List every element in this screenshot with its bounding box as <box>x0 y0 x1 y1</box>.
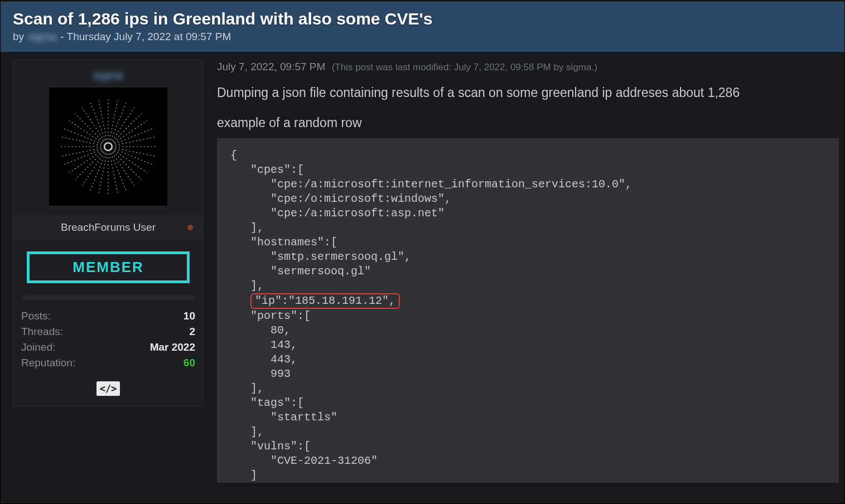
stat-label: Threads: <box>21 326 63 338</box>
code-icon[interactable]: </> <box>96 381 120 396</box>
member-badge: MEMBER <box>27 251 190 283</box>
stat-value[interactable]: 60 <box>184 357 195 369</box>
thread-byline: by sigma - Thursday July 7, 2022 at 09:5… <box>13 31 832 43</box>
stat-threads: Threads: 2 <box>21 326 195 338</box>
stat-value: Mar 2022 <box>150 341 195 353</box>
thread-header: Scan of 1,286 ips in Greenland with also… <box>1 1 844 52</box>
user-card: sigma <box>13 60 204 406</box>
stat-label: Posts: <box>21 310 51 322</box>
svg-point-33 <box>105 143 112 151</box>
thread-title: Scan of 1,286 ips in Greenland with also… <box>13 9 832 28</box>
by-label: by <box>13 31 24 42</box>
post-meta: July 7, 2022, 09:57 PM (This post was la… <box>217 61 839 73</box>
post-body: July 7, 2022, 09:57 PM (This post was la… <box>217 60 839 483</box>
thread-author[interactable]: sigma <box>27 31 57 42</box>
user-name[interactable]: sigma <box>21 69 195 82</box>
code-block: { "cpes":[ "cpe:/a:microsoft:internet_in… <box>217 138 839 483</box>
post-modified-note: (This post was last modified: July 7, 20… <box>332 62 597 72</box>
code-content: { "cpes":[ "cpe:/a:microsoft:internet_in… <box>230 148 825 483</box>
stat-value[interactable]: 10 <box>184 310 195 322</box>
stat-label: Joined: <box>21 341 55 353</box>
thread-timestamp: - Thursday July 7, 2022 at 09:57 PM <box>60 31 231 42</box>
stat-joined: Joined: Mar 2022 <box>21 341 195 353</box>
highlighted-ip: "ip":"185.18.191.12", <box>250 293 400 309</box>
post-time[interactable]: July 7, 2022, 09:57 PM <box>217 61 325 72</box>
divider <box>22 295 194 300</box>
post-text-line1: Dumping a json file containing results o… <box>217 83 839 103</box>
user-role-bar: BreachForums User <box>13 216 203 239</box>
stat-value[interactable]: 2 <box>189 326 195 338</box>
avatar-image <box>49 88 167 206</box>
stat-posts: Posts: 10 <box>21 310 195 322</box>
stat-label: Reputation: <box>21 357 75 369</box>
post-text-line2: example of a random row <box>217 113 839 133</box>
avatar[interactable] <box>49 88 167 206</box>
user-role: BreachForums User <box>61 221 156 234</box>
online-status-icon <box>187 225 193 230</box>
stat-reputation: Reputation: 60 <box>21 357 195 369</box>
